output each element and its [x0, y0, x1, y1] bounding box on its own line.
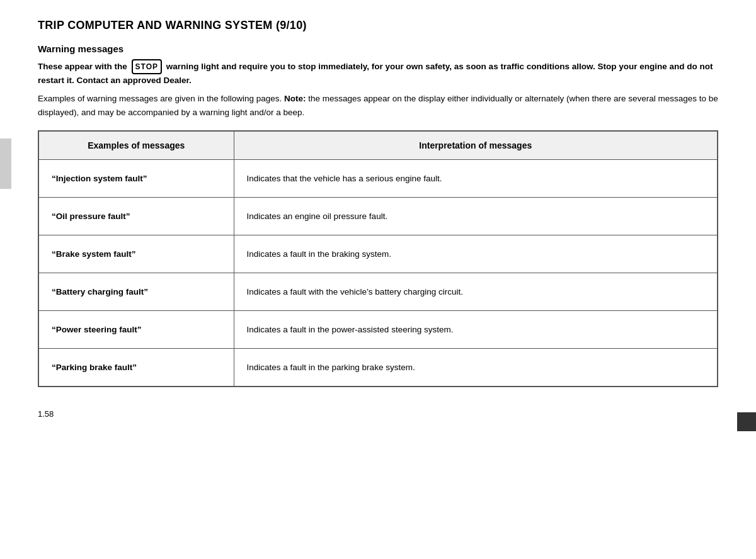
stop-badge: STOP [132, 59, 162, 74]
warning-text: Examples of warning messages are given i… [38, 92, 718, 119]
col1-header: Examples of messages [38, 131, 234, 160]
messages-table: Examples of messages Interpretation of m… [38, 130, 718, 387]
table-row: “Brake system fault”Indicates a fault in… [38, 235, 718, 273]
table-row: “Battery charging fault”Indicates a faul… [38, 273, 718, 311]
interpretation-cell: Indicates a fault in the power-assisted … [234, 311, 718, 349]
warning-text-prefix: Examples of warning messages are given i… [38, 94, 282, 103]
warning-bold-text: These appear with the STOP warning light… [38, 59, 718, 87]
example-cell: “Power steering fault” [38, 311, 234, 349]
footer-bar-decoration [737, 412, 756, 431]
warning-bold-prefix: These appear with the [38, 62, 127, 71]
page-number: 1.58 [38, 409, 54, 419]
interpretation-cell: Indicates an engine oil pressure fault. [234, 198, 718, 235]
table-row: “Oil pressure fault”Indicates an engine … [38, 198, 718, 235]
example-cell: “Brake system fault” [38, 235, 234, 273]
example-cell: “Battery charging fault” [38, 273, 234, 311]
example-cell: “Parking brake fault” [38, 349, 234, 387]
interpretation-cell: Indicates a fault in the braking system. [234, 235, 718, 273]
example-cell: “Oil pressure fault” [38, 198, 234, 235]
page-title: TRIP COMPUTER AND WARNING SYSTEM (9/10) [38, 19, 718, 32]
interpretation-cell: Indicates a fault with the vehicle’s bat… [234, 273, 718, 311]
example-cell: “Injection system fault” [38, 160, 234, 198]
table-header-row: Examples of messages Interpretation of m… [38, 131, 718, 160]
note-label: Note: [284, 94, 306, 103]
col2-header: Interpretation of messages [234, 131, 718, 160]
interpretation-cell: Indicates a fault in the parking brake s… [234, 349, 718, 387]
table-row: “Parking brake fault”Indicates a fault i… [38, 349, 718, 387]
table-row: “Power steering fault”Indicates a fault … [38, 311, 718, 349]
section-heading: Warning messages [38, 43, 718, 54]
table-row: “Injection system fault”Indicates that t… [38, 160, 718, 198]
interpretation-cell: Indicates that the vehicle has a serious… [234, 160, 718, 198]
